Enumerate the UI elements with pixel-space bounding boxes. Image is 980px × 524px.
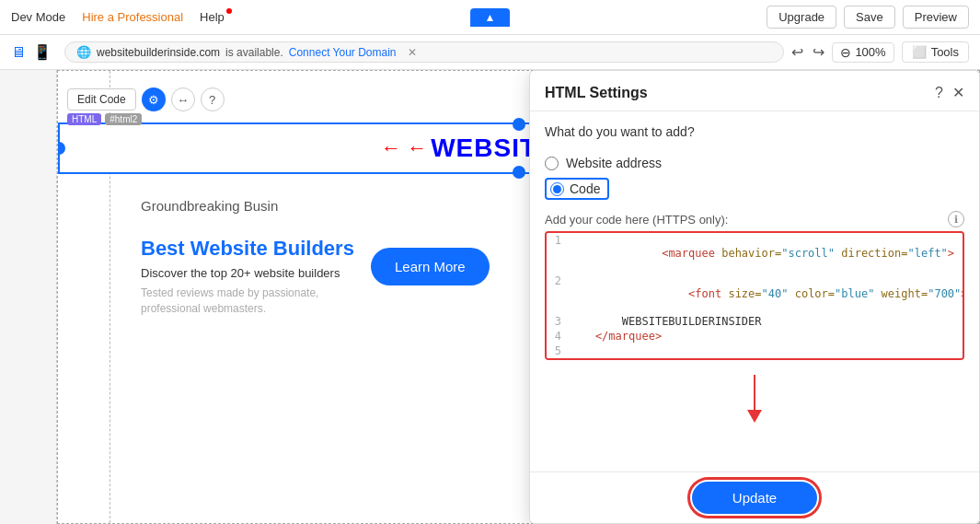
hire-pro-label[interactable]: Hire a Professional xyxy=(82,10,183,24)
handle-bottom[interactable] xyxy=(513,166,525,179)
address-bar: 🖥 📱 🌐 websitebuilderinside.com is availa… xyxy=(0,35,980,70)
left-sidebar xyxy=(0,70,57,524)
code-section: Add your code here (HTTPS only): ℹ 1 <ma… xyxy=(545,211,964,360)
url-bar[interactable]: 🌐 websitebuilderinside.com is available.… xyxy=(64,41,784,63)
code-editor[interactable]: 1 <marquee behavior="scroll" direction="… xyxy=(545,231,964,360)
back-icon[interactable]: ↩ xyxy=(791,43,803,61)
tools-icon: ⬜ xyxy=(912,45,927,59)
help-dot xyxy=(226,8,232,14)
tools-label: Tools xyxy=(931,45,959,59)
edit-toolbar: Edit Code ⚙ ↔ ? xyxy=(67,87,225,111)
radio-website-label: Website address xyxy=(566,156,662,170)
code-line-3: 3 WEBSITEBUILDERINSIDER xyxy=(547,314,963,329)
zoom-value: 100% xyxy=(855,45,885,59)
line-num-2: 2 xyxy=(547,274,569,287)
arrow-left-icon: ← ← xyxy=(381,136,427,160)
radio-website-input[interactable] xyxy=(545,157,559,170)
arrow-head xyxy=(747,410,762,423)
top-bar-left: Dev Mode Hire a Professional Help xyxy=(11,10,225,24)
upgrade-button[interactable]: Upgrade xyxy=(767,6,836,29)
radio-code-selected: Code xyxy=(545,178,609,200)
builders-section: Best Website Builders Discover the top 2… xyxy=(141,237,362,317)
groundbreaking-text: Groundbreaking Busin xyxy=(141,198,278,214)
info-icon[interactable]: ℹ xyxy=(948,211,964,227)
code-line-2: 2 <font size="40" color="blue" weight="7… xyxy=(547,274,963,314)
help-icon[interactable]: ? xyxy=(201,87,225,111)
zoom-out-icon[interactable]: ⊖ xyxy=(840,45,851,60)
preview-button[interactable]: Preview xyxy=(903,6,969,29)
line-code-1: <marquee behavior="scroll" direction="le… xyxy=(569,234,954,273)
arrow-down-container xyxy=(545,371,964,426)
panel-body: What do you want to add? Website address… xyxy=(530,111,979,472)
panel-footer: Update xyxy=(530,472,979,523)
arrow-line xyxy=(754,375,755,410)
radio-group: Website address Code xyxy=(545,156,964,200)
radio-code[interactable]: Code xyxy=(545,178,964,200)
panel-header: HTML Settings ? ✕ xyxy=(530,71,979,111)
builders-title: Best Website Builders xyxy=(141,237,362,261)
line-code-3: WEBSITEBUILDERINSIDER xyxy=(569,315,762,328)
url-domain: websitebuilderinside.com xyxy=(97,46,220,59)
resize-icon[interactable]: ↔ xyxy=(171,87,195,111)
url-close-icon[interactable]: ✕ xyxy=(408,46,417,59)
html-badge: HTML xyxy=(67,113,101,125)
line-code-4: </marquee> xyxy=(569,330,662,343)
line-num-5: 5 xyxy=(547,344,569,357)
line-num-1: 1 xyxy=(547,234,569,247)
learn-more-button[interactable]: Learn More xyxy=(371,248,490,285)
tools-button[interactable]: ⬜ Tools xyxy=(902,41,969,63)
radio-code-label: Code xyxy=(570,181,600,196)
html-badge2: #html2 xyxy=(105,113,142,125)
radio-code-input[interactable] xyxy=(550,182,564,196)
handle-left[interactable] xyxy=(57,142,65,155)
edit-code-button[interactable]: Edit Code xyxy=(67,88,136,111)
panel-title: HTML Settings xyxy=(545,85,648,101)
top-bar: Dev Mode Hire a Professional Help ▲ Upgr… xyxy=(0,0,980,35)
handle-top[interactable] xyxy=(513,118,525,131)
code-line-5: 5 xyxy=(547,344,963,358)
panel-close-button[interactable]: ✕ xyxy=(952,84,964,101)
code-line-1: 1 <marquee behavior="scroll" direction="… xyxy=(547,233,963,274)
save-button[interactable]: Save xyxy=(844,6,895,29)
forward-icon[interactable]: ↪ xyxy=(813,43,824,61)
what-question: What do you want to add? xyxy=(545,124,964,139)
panel-header-icons: ? ✕ xyxy=(935,84,964,101)
desktop-icon[interactable]: 🖥 xyxy=(11,44,26,61)
panel-help-button[interactable]: ? xyxy=(935,85,943,101)
device-icons: 🖥 📱 xyxy=(11,43,52,61)
builders-sub: Discover the top 20+ website builders xyxy=(141,266,362,280)
mobile-icon[interactable]: 📱 xyxy=(33,43,52,61)
help-label[interactable]: Help xyxy=(200,10,225,24)
globe-icon: 🌐 xyxy=(76,45,91,59)
code-line-4: 4 </marquee> xyxy=(547,329,963,344)
line-num-4: 4 xyxy=(547,330,569,343)
radio-website[interactable]: Website address xyxy=(545,156,964,170)
arrow-down xyxy=(747,375,762,423)
html-badges: HTML #html2 xyxy=(67,113,142,125)
dev-mode-label[interactable]: Dev Mode xyxy=(11,10,65,24)
settings-icon[interactable]: ⚙ xyxy=(142,87,166,111)
html-settings-panel: HTML Settings ? ✕ What do you want to ad… xyxy=(529,70,980,524)
line-code-2: <font size="40" color="blue" weight="700… xyxy=(569,274,964,313)
nav-icons: ↩ ↪ xyxy=(791,43,824,61)
connect-domain-link[interactable]: Connect Your Domain xyxy=(289,46,397,59)
main-area: Edit Code ⚙ ↔ ? HTML #html2 ← ← WEBSITEB… xyxy=(0,70,980,524)
upload-btn[interactable]: ▲ xyxy=(470,8,511,27)
zoom-indicator[interactable]: ⊖ 100% xyxy=(832,42,894,63)
update-button[interactable]: Update xyxy=(692,482,817,514)
code-label: Add your code here (HTTPS only): ℹ xyxy=(545,211,964,227)
line-num-3: 3 xyxy=(547,315,569,328)
url-available: is available. xyxy=(225,46,283,59)
builders-desc: Tested reviews made by passionate, profe… xyxy=(141,285,362,317)
top-bar-right: Upgrade Save Preview xyxy=(767,6,969,29)
